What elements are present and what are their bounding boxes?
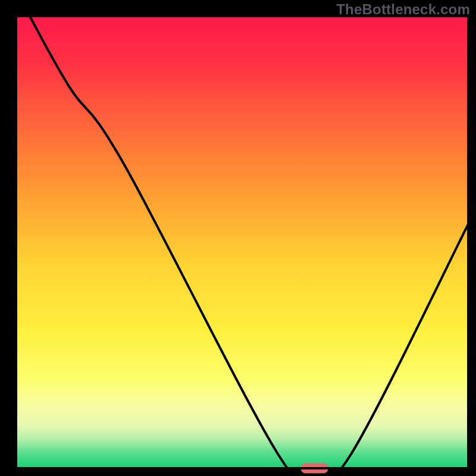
plot-background <box>16 16 468 468</box>
watermark-text: TheBottleneck.com <box>336 1 470 18</box>
bottleneck-chart <box>0 0 476 476</box>
